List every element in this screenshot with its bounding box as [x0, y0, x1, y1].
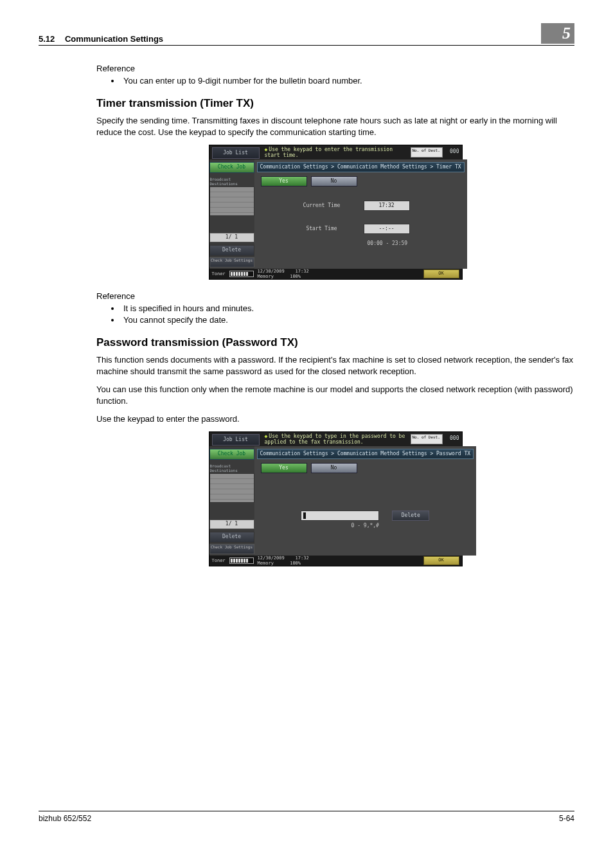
screen-hint: ◆Use the keypad to enter the transmissio… — [262, 145, 408, 159]
check-job-button[interactable]: Check Job — [209, 449, 254, 460]
current-time-label: Current Time — [299, 203, 344, 208]
toner-gauge-icon — [229, 271, 254, 277]
job-list-button[interactable]: Job List — [212, 434, 260, 446]
start-time-field[interactable]: --:-- — [364, 224, 410, 234]
side-delete-button[interactable]: Delete — [209, 532, 254, 543]
dest-count-box: No. of Dest. — [411, 147, 443, 158]
no-button[interactable]: No — [311, 176, 357, 186]
broadcast-list — [209, 473, 254, 503]
para-password-3: Use the keypad to enter the password. — [96, 413, 574, 425]
memory-label: Memory — [258, 561, 274, 566]
yes-button[interactable]: Yes — [261, 463, 307, 473]
para-password-2: You can use this function only when the … — [96, 384, 574, 407]
pager: 1/ 1 — [209, 520, 254, 529]
start-time-label: Start Time — [299, 226, 344, 231]
footer-product: bizhub 652/552 — [39, 814, 91, 823]
ok-button[interactable]: OK — [423, 556, 459, 565]
job-list-button[interactable]: Job List — [212, 147, 260, 159]
para-password-1: This function sends documents with a pas… — [96, 354, 574, 377]
heading-timer-tx: Timer transmission (Timer TX) — [96, 97, 574, 110]
footer-date: 12/30/2009 — [258, 556, 285, 561]
dest-count-box: No. of Dest. — [411, 434, 443, 444]
password-field[interactable] — [301, 511, 379, 521]
footer-date: 12/30/2009 — [258, 269, 285, 274]
charset-hint: 0 - 9,*,# — [254, 523, 477, 529]
broadcast-label: Broadcast Destinations — [210, 464, 254, 473]
toner-gauge-icon — [229, 557, 254, 564]
memory-value: 100% — [290, 274, 301, 279]
reference-list-2: It is specified in hours and minutes. Yo… — [96, 303, 574, 325]
reference-label-1: Reference — [96, 64, 574, 73]
reference-item: You cannot specify the date. — [121, 315, 574, 325]
mfp-screen-timer: Job List ◆Use the keypad to enter the tr… — [209, 145, 463, 280]
memory-label: Memory — [258, 274, 274, 279]
delete-button[interactable]: Delete — [392, 511, 429, 521]
section-number: 5.12 — [39, 34, 55, 44]
heading-password-tx: Password transmission (Password TX) — [96, 336, 574, 349]
pager: 1/ 1 — [209, 233, 254, 242]
footer-time: 17:32 — [296, 556, 309, 561]
footer-time: 17:32 — [296, 269, 309, 274]
section-title: Communication Settings — [65, 34, 163, 44]
dest-count-value: 000 — [445, 145, 462, 159]
broadcast-label: Broadcast Destinations — [210, 177, 254, 186]
memory-value: 100% — [290, 561, 301, 566]
screen-hint: ◆Use the keypad to type in the password … — [262, 432, 408, 446]
broadcast-list — [209, 186, 254, 216]
check-job-settings-button[interactable]: Check Job Settings — [209, 544, 254, 554]
dest-count-value: 000 — [445, 432, 462, 446]
check-job-settings-button[interactable]: Check Job Settings — [209, 257, 254, 267]
chapter-tab: 5 — [541, 23, 574, 44]
breadcrumb: Communication Settings > Communication M… — [257, 162, 465, 172]
para-timer-tx: Specify the sending time. Transmitting f… — [96, 115, 574, 138]
no-button[interactable]: No — [311, 463, 357, 473]
side-delete-button[interactable]: Delete — [209, 245, 254, 256]
page-footer: bizhub 652/552 5-64 — [39, 811, 574, 823]
reference-item: It is specified in hours and minutes. — [121, 303, 574, 313]
reference-label-2: Reference — [96, 291, 574, 301]
reference-item: You can enter up to 9-digit number for t… — [121, 76, 574, 86]
page-header: 5.12 Communication Settings 5 — [39, 23, 574, 46]
check-job-button[interactable]: Check Job — [209, 162, 254, 173]
footer-pagenum: 5-64 — [559, 814, 574, 823]
ok-button[interactable]: OK — [423, 269, 459, 278]
mfp-screen-password: Job List ◆Use the keypad to type in the … — [209, 431, 463, 566]
reference-list-1: You can enter up to 9-digit number for t… — [96, 76, 574, 86]
toner-label: Toner — [212, 271, 226, 276]
breadcrumb: Communication Settings > Communication M… — [257, 449, 474, 459]
current-time-value: 17:32 — [364, 201, 410, 211]
toner-label: Toner — [212, 558, 226, 563]
start-time-range: 00:00 - 23:59 — [368, 240, 408, 246]
yes-button[interactable]: Yes — [261, 176, 307, 186]
